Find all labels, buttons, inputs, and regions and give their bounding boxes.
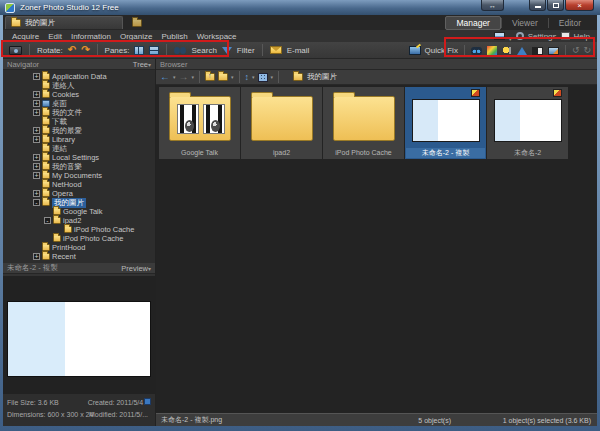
rotate-right-icon[interactable]: ↻ (583, 46, 591, 55)
tree-item[interactable]: +我的最愛 (3, 126, 155, 135)
expand-icon[interactable]: + (33, 127, 40, 134)
email-button[interactable]: E-mail (287, 46, 310, 55)
preview-title: 未命名-2 - 複製 (7, 263, 58, 273)
expand-icon[interactable]: + (33, 100, 40, 107)
rotate-left-icon[interactable]: ↶ (68, 45, 76, 55)
sort-dropdown-icon[interactable]: ▾ (252, 74, 255, 80)
aero-switch-button[interactable]: ↔ (481, 0, 504, 11)
folder-preview-image (203, 104, 225, 134)
workspace-tab-editor[interactable]: Editor (549, 17, 591, 29)
folder-tab-active[interactable]: 我的圖片 (5, 16, 123, 29)
rotate-right-icon[interactable]: ↷ (81, 45, 89, 55)
rotate-left-icon[interactable]: ↺ (572, 46, 580, 55)
collapse-icon[interactable]: - (44, 217, 51, 224)
tree-item[interactable]: PrintHood (3, 243, 155, 252)
expand-icon[interactable]: + (33, 91, 40, 98)
tree-item[interactable]: +我的音樂 (3, 162, 155, 171)
collapse-icon[interactable]: - (33, 199, 40, 206)
preview-view-dropdown[interactable]: Preview (121, 264, 151, 273)
expand-icon[interactable]: + (33, 73, 40, 80)
menu-workspace[interactable]: Workspace (197, 32, 237, 41)
tree-item[interactable]: iPod Photo Cache (3, 225, 155, 234)
quick-fix-button[interactable]: Quick Fix (425, 46, 458, 55)
back-icon[interactable]: ← (160, 72, 170, 82)
folders-dropdown-icon[interactable]: ▾ (231, 74, 234, 80)
menu-edit[interactable]: Edit (48, 32, 62, 41)
levels-icon[interactable] (532, 47, 543, 55)
tree-item[interactable]: Google Talk (3, 207, 155, 216)
help-icon[interactable] (561, 32, 570, 40)
expand-icon[interactable]: + (33, 136, 40, 143)
search-button[interactable]: Search (191, 46, 216, 55)
expand-icon[interactable]: + (33, 154, 40, 161)
thumbnail-folder[interactable]: iPod Photo Cache (323, 87, 404, 159)
indent-spacer (44, 208, 51, 215)
search-icon[interactable] (174, 47, 186, 54)
gear-icon[interactable] (516, 32, 524, 40)
workspace-tab-manager[interactable]: Manager (445, 16, 501, 30)
quick-fix-icon[interactable] (409, 46, 421, 55)
white-balance-icon[interactable] (502, 46, 512, 55)
folder-preview-image (177, 104, 199, 134)
menu-publish[interactable]: Publish (161, 32, 187, 41)
tree-item[interactable]: +我的文件 (3, 108, 155, 117)
thumbnail-image[interactable]: 未命名-2 (487, 87, 568, 159)
settings-button[interactable]: Settings (528, 32, 557, 41)
tree-item[interactable]: -ipad2 (3, 216, 155, 225)
address-box[interactable]: 我的圖片 (293, 72, 337, 82)
tree-item[interactable]: +Cookies (3, 90, 155, 99)
file-type-badge-icon (553, 89, 562, 97)
maximize-button[interactable] (547, 0, 564, 11)
tree-item[interactable]: -我的圖片 (3, 198, 155, 207)
close-button[interactable]: × (565, 0, 594, 11)
view-mode-icon[interactable] (494, 32, 505, 40)
tree-item[interactable]: +My Documents (3, 171, 155, 180)
toolbar-separator (199, 71, 200, 83)
expand-icon[interactable]: + (33, 163, 40, 170)
tree-item[interactable]: NetHood (3, 180, 155, 189)
help-button[interactable]: Help (574, 32, 590, 41)
menu-information[interactable]: Information (71, 32, 111, 41)
expand-icon[interactable]: + (33, 109, 40, 116)
forward-icon[interactable]: → (179, 72, 189, 82)
folder-icon (42, 118, 50, 125)
thumbnail-folder[interactable]: ipad2 (241, 87, 322, 159)
window-title: Zoner Photo Studio 12 Free (20, 3, 119, 12)
expand-icon[interactable]: + (33, 172, 40, 179)
thumbnail-image[interactable]: 未命名-2 - 複製 (405, 87, 486, 159)
expand-icon[interactable]: + (33, 253, 40, 260)
view-grid-icon[interactable] (258, 73, 268, 82)
up-folder-icon[interactable] (205, 73, 215, 81)
dimensions-text: Dimensions: 600 x 300 x 24 (7, 411, 89, 418)
folders-menu-icon[interactable] (218, 73, 228, 81)
back-history-dropdown-icon[interactable]: ▾ (173, 74, 176, 80)
new-tab-button[interactable] (132, 19, 142, 27)
expand-icon[interactable]: + (33, 190, 40, 197)
minimize-button[interactable] (529, 0, 546, 11)
navigator-view-dropdown[interactable]: Tree (133, 60, 151, 69)
panes-horizontal-icon[interactable] (149, 46, 159, 55)
sort-icon[interactable]: ↕ (245, 73, 250, 82)
view-dropdown-icon[interactable]: ▾ (271, 74, 274, 80)
thumbnail-label: iPod Photo Cache (324, 148, 403, 158)
menu-acquire[interactable]: Acquire (12, 32, 39, 41)
red-eye-icon[interactable] (471, 47, 482, 55)
enhance-colors-icon[interactable] (487, 46, 497, 55)
forward-history-dropdown-icon[interactable]: ▾ (192, 74, 195, 80)
tree-item[interactable]: iPod Photo Cache (3, 234, 155, 243)
sharpen-icon[interactable] (517, 47, 527, 55)
tree-item[interactable]: +Recent (3, 252, 155, 261)
filter-button[interactable]: Filter (237, 46, 255, 55)
tree-item[interactable]: 連結 (3, 144, 155, 153)
email-icon[interactable] (270, 46, 282, 54)
panes-vertical-icon[interactable] (134, 46, 144, 55)
tree-item[interactable]: +Application Data (3, 72, 155, 81)
thumbnail-folder[interactable]: Google Talk (159, 87, 240, 159)
toolbar-separator (262, 44, 263, 56)
filter-icon[interactable] (222, 47, 232, 54)
straighten-icon[interactable] (548, 47, 559, 55)
tree-item[interactable]: 連絡人 (3, 81, 155, 90)
menu-organize[interactable]: Organize (120, 32, 152, 41)
acquire-icon[interactable] (9, 46, 22, 55)
tree-item[interactable]: +Library (3, 135, 155, 144)
